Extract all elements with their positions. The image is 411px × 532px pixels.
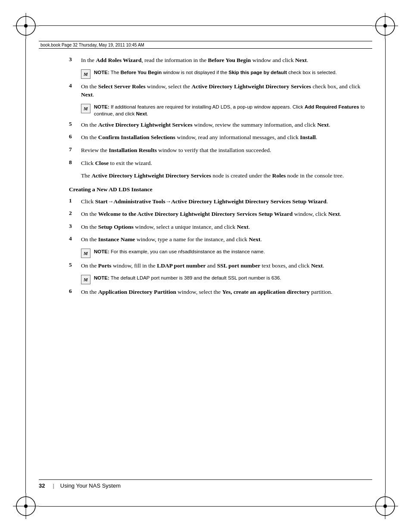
step-8-text: Click Close to exit the wizard. (81, 159, 372, 168)
hline-top (39, 25, 372, 26)
step-4: 4 On the Select Server Roles window, sel… (69, 82, 372, 99)
footer-title: Using Your NAS System (60, 482, 121, 489)
step-3-note: M NOTE: The Before You Begin window is n… (81, 69, 372, 79)
corner-mark-bl (13, 493, 39, 519)
s2-step-3-number: 3 (69, 223, 81, 230)
header-text: book.book Page 32 Thursday, May 19, 2011… (40, 43, 144, 47)
hline-bottom (39, 506, 372, 507)
corner-mark-tr (372, 13, 398, 39)
corner-mark-tl (13, 13, 39, 39)
s2-step-3: 3 On the Setup Options window, select a … (69, 223, 372, 231)
s2-step-1: 1 Click Start→Administrative Tools→Activ… (69, 197, 372, 206)
step-4-note: M NOTE: If additional features are requi… (81, 103, 372, 117)
s2-step-2-number: 2 (69, 210, 81, 217)
step-8: 8 Click Close to exit the wizard. (69, 159, 372, 168)
step-5: 5 On the Active Directory Lightweight Se… (69, 121, 372, 129)
s2-step-1-number: 1 (69, 197, 81, 204)
s2-step-5: 5 On the Ports window, fill in the LDAP … (69, 261, 372, 270)
step-7-text: Review the Installation Results window t… (81, 146, 372, 155)
s2-step-4: 4 On the Instance Name window, type a na… (69, 235, 372, 244)
step-4-number: 4 (69, 82, 81, 89)
s2-step-5-number: 5 (69, 261, 81, 268)
s2-step-6-text: On the Application Directory Partition w… (81, 288, 372, 296)
vline-left (25, 39, 26, 493)
note-text-s2-4: NOTE: For this example, you can use nfsa… (94, 248, 265, 255)
step-4-text: On the Select Server Roles window, selec… (81, 82, 372, 99)
header-bar: book.book Page 32 Thursday, May 19, 2011… (39, 41, 372, 49)
note-icon-s2-4: M (81, 249, 90, 258)
step-8-continuation: The Active Directory Lightweight Directo… (81, 171, 372, 180)
footer-page-number: 32 (39, 482, 45, 489)
s2-step-4-number: 4 (69, 235, 81, 242)
note-icon-3: M (81, 69, 90, 79)
step-3-text: In the Add Roles Wizard, read the inform… (81, 56, 372, 65)
step-6: 6 On the Confirm Installation Selections… (69, 133, 372, 142)
step-5-number: 5 (69, 121, 81, 128)
vline-right (385, 39, 386, 493)
s2-step-6-number: 6 (69, 288, 81, 295)
footer: 32 | Using Your NAS System (39, 479, 372, 489)
step-7-number: 7 (69, 146, 81, 153)
s2-step-6: 6 On the Application Directory Partition… (69, 288, 372, 296)
s2-step-2-text: On the Welcome to the Active Directory L… (81, 210, 372, 218)
note-icon-s2-5: M (81, 275, 90, 284)
main-content: 3 In the Add Roles Wizard, read the info… (69, 56, 372, 476)
step-8-number: 8 (69, 159, 81, 166)
s2-step-3-text: On the Setup Options window, select a un… (81, 223, 372, 231)
s2-step-2: 2 On the Welcome to the Active Directory… (69, 210, 372, 218)
step-7: 7 Review the Installation Results window… (69, 146, 372, 155)
note-text-3: NOTE: The Before You Begin window is not… (94, 69, 337, 76)
note-text-s2-5: NOTE: The default LDAP port number is 38… (94, 274, 281, 281)
step-6-text: On the Confirm Installation Selections w… (81, 133, 372, 142)
note-icon-4: M (81, 104, 90, 113)
s2-step-1-text: Click Start→Administrative Tools→Active … (81, 197, 372, 206)
step-5-text: On the Active Directory Lightweight Serv… (81, 121, 372, 129)
s2-step-5-note: M NOTE: The default LDAP port number is … (81, 274, 372, 284)
s2-step-5-text: On the Ports window, fill in the LDAP po… (81, 261, 372, 270)
footer-separator: | (53, 482, 54, 489)
step-6-number: 6 (69, 133, 81, 140)
s2-step-4-note: M NOTE: For this example, you can use nf… (81, 248, 372, 258)
s2-step-4-text: On the Instance Name window, type a name… (81, 235, 372, 244)
note-text-4: NOTE: If additional features are require… (94, 103, 372, 117)
step-3: 3 In the Add Roles Wizard, read the info… (69, 56, 372, 65)
section2-heading: Creating a New AD LDS Instance (69, 186, 372, 193)
step-3-number: 3 (69, 56, 81, 63)
corner-mark-br (372, 493, 398, 519)
